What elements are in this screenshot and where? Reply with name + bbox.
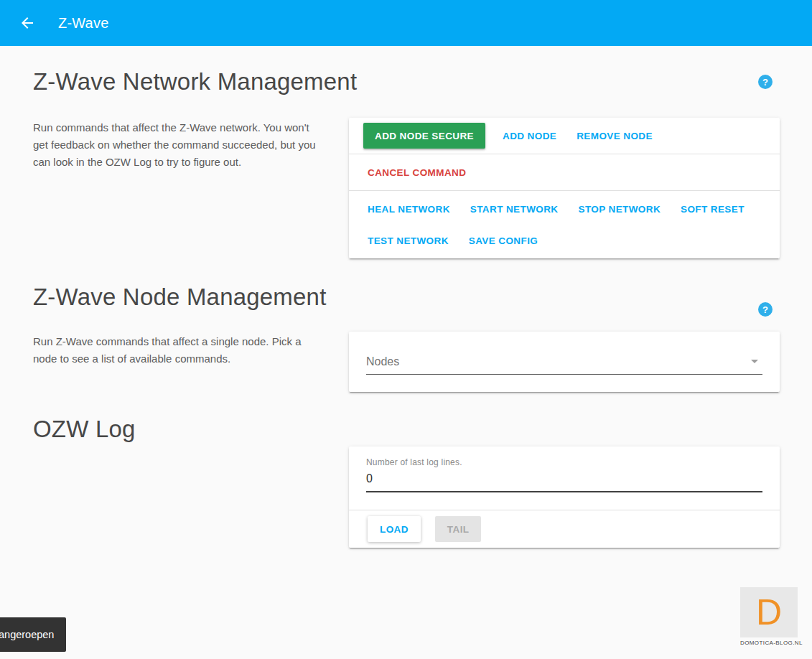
cancel-row: CANCEL COMMAND	[349, 154, 780, 190]
load-button[interactable]: LOAD	[368, 516, 421, 542]
toast-snackbar: angeroepen	[0, 617, 66, 652]
log-lines-label: Number of last log lines.	[366, 457, 762, 467]
app-bar: Z-Wave	[0, 0, 812, 46]
ozw-log-card: Number of last log lines. LOAD TAIL	[349, 447, 780, 548]
network-management-title: Z-Wave Network Management	[33, 66, 357, 98]
ozw-log-body: Number of last log lines. LOAD TAIL	[0, 447, 812, 548]
start-network-button[interactable]: START NETWORK	[465, 196, 564, 222]
network-management-header: Z-Wave Network Management ?	[0, 66, 812, 98]
network-actions-row: HEAL NETWORK START NETWORK STOP NETWORK …	[349, 190, 780, 258]
watermark-text: DOMOTICA-BLOG.NL	[740, 640, 798, 646]
add-node-secure-button[interactable]: ADD NODE SECURE	[363, 123, 485, 149]
node-management-header: Z-Wave Node Management ?	[0, 281, 812, 313]
watermark-letter: D	[756, 594, 782, 630]
test-network-button[interactable]: TEST NETWORK	[362, 228, 454, 253]
stop-network-button[interactable]: STOP NETWORK	[573, 196, 667, 222]
node-management-description: Run Z-Wave commands that affect a single…	[33, 333, 320, 368]
add-node-button[interactable]: ADD NODE	[497, 123, 562, 149]
log-actions-row: LOAD TAIL	[349, 510, 780, 548]
ozw-log-title: OZW Log	[33, 413, 136, 445]
back-button[interactable]	[19, 14, 36, 32]
toast-message: angeroepen	[0, 629, 54, 640]
node-management-body: Run Z-Wave commands that affect a single…	[0, 332, 812, 392]
node-management-intro: Run Z-Wave commands that affect a single…	[33, 332, 349, 368]
log-lines-input[interactable]	[366, 467, 762, 492]
section-network-management: Z-Wave Network Management ? Run commands…	[0, 66, 812, 258]
remove-node-button[interactable]: REMOVE NODE	[571, 123, 658, 149]
section-ozw-log: OZW Log Number of last log lines. LOAD T…	[0, 413, 812, 548]
ozw-log-header: OZW Log	[0, 413, 812, 445]
help-icon[interactable]: ?	[758, 302, 773, 317]
section-node-management: Z-Wave Node Management ? Run Z-Wave comm…	[0, 281, 812, 392]
node-management-title: Z-Wave Node Management	[33, 281, 327, 313]
log-lines-field: Number of last log lines.	[349, 447, 780, 510]
app-bar-title: Z-Wave	[58, 15, 108, 32]
network-commands-card: ADD NODE SECURE ADD NODE REMOVE NODE CAN…	[349, 118, 780, 258]
tail-button: TAIL	[435, 516, 482, 542]
watermark-logo-box: D	[740, 587, 798, 637]
network-management-description: Run commands that affect the Z-Wave netw…	[33, 119, 320, 171]
soft-reset-button[interactable]: SOFT RESET	[675, 196, 750, 222]
nodes-card: Nodes	[349, 332, 780, 392]
help-icon[interactable]: ?	[758, 75, 773, 89]
chevron-down-icon	[751, 360, 758, 363]
add-remove-row: ADD NODE SECURE ADD NODE REMOVE NODE	[349, 118, 780, 154]
heal-network-button[interactable]: HEAL NETWORK	[362, 196, 456, 222]
network-management-content: ADD NODE SECURE ADD NODE REMOVE NODE CAN…	[349, 118, 780, 258]
nodes-select[interactable]: Nodes	[366, 349, 762, 375]
save-config-button[interactable]: SAVE CONFIG	[463, 228, 543, 253]
arrow-left-icon	[19, 14, 36, 32]
cancel-command-button[interactable]: CANCEL COMMAND	[362, 159, 472, 185]
watermark-logo: D DOMOTICA-BLOG.NL	[740, 587, 798, 646]
network-management-intro: Run commands that affect the Z-Wave netw…	[33, 118, 349, 171]
network-management-body: Run commands that affect the Z-Wave netw…	[0, 118, 812, 258]
node-management-content: Nodes	[349, 332, 780, 392]
zwave-config-page: Z-Wave Z-Wave Network Management ? Run c…	[0, 0, 812, 659]
ozw-log-content: Number of last log lines. LOAD TAIL	[349, 447, 780, 548]
nodes-select-label: Nodes	[366, 355, 399, 368]
